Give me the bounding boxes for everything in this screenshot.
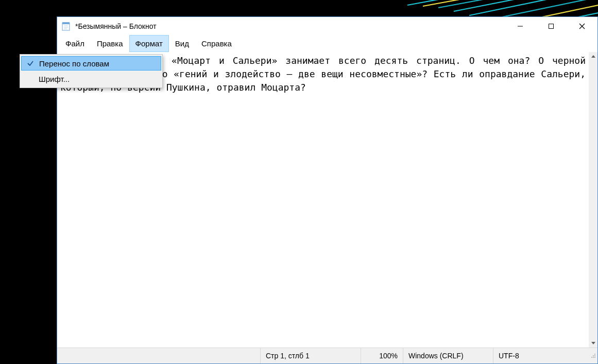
chevron-down-icon xyxy=(591,342,595,344)
menu-edit[interactable]: Правка xyxy=(91,35,129,52)
dropdown-item-label: Перенос по словам xyxy=(39,59,156,68)
maximize-icon xyxy=(548,23,554,29)
chevron-up-icon xyxy=(591,55,595,58)
title-bar[interactable]: *Безымянный – Блокнот xyxy=(57,17,597,35)
status-line-ending: Windows (CRLF) xyxy=(403,348,493,363)
dropdown-word-wrap[interactable]: Перенос по словам xyxy=(21,56,161,71)
scroll-down-button[interactable] xyxy=(589,339,597,348)
editor-area: Маленькая трагедия «Моцарт и Сальери» за… xyxy=(57,52,597,348)
status-bar: Стр 1, стлб 1 100% Windows (CRLF) UTF-8 xyxy=(57,348,597,363)
resize-grip[interactable] xyxy=(588,352,597,360)
minimize-icon xyxy=(517,23,523,29)
svg-rect-11 xyxy=(62,22,70,24)
svg-point-19 xyxy=(594,354,595,355)
resize-grip-icon xyxy=(591,353,596,358)
svg-line-7 xyxy=(438,0,598,8)
menu-file[interactable]: Файл xyxy=(59,35,91,52)
format-dropdown: Перенос по словам Шрифт... xyxy=(20,54,163,88)
svg-point-21 xyxy=(594,355,595,356)
check-icon xyxy=(22,60,39,67)
svg-point-23 xyxy=(593,357,594,358)
svg-rect-10 xyxy=(62,23,70,30)
svg-rect-16 xyxy=(549,24,554,28)
notepad-icon xyxy=(61,22,71,31)
menu-bar: Файл Правка Формат Вид Справка xyxy=(57,35,597,52)
svg-point-22 xyxy=(591,357,592,358)
minimize-button[interactable] xyxy=(505,17,536,35)
text-editor[interactable]: Маленькая трагедия «Моцарт и Сальери» за… xyxy=(57,52,589,348)
svg-line-0 xyxy=(469,0,598,15)
status-zoom: 100% xyxy=(361,348,403,363)
maximize-button[interactable] xyxy=(536,17,567,35)
menu-format[interactable]: Формат xyxy=(129,35,169,52)
window-controls xyxy=(505,17,597,35)
window-title: *Безымянный – Блокнот xyxy=(75,22,505,30)
status-position: Стр 1, стлб 1 xyxy=(260,348,361,363)
close-icon xyxy=(579,23,585,29)
vertical-scrollbar[interactable] xyxy=(589,52,597,348)
dropdown-font[interactable]: Шрифт... xyxy=(21,71,161,86)
svg-point-24 xyxy=(594,357,595,358)
svg-point-20 xyxy=(593,355,594,356)
status-encoding: UTF-8 xyxy=(493,348,588,363)
dropdown-item-label: Шрифт... xyxy=(39,75,156,83)
menu-view[interactable]: Вид xyxy=(169,35,195,52)
scroll-up-button[interactable] xyxy=(589,52,597,61)
scroll-track[interactable] xyxy=(589,61,597,339)
close-button[interactable] xyxy=(567,17,597,35)
menu-help[interactable]: Справка xyxy=(195,35,238,52)
